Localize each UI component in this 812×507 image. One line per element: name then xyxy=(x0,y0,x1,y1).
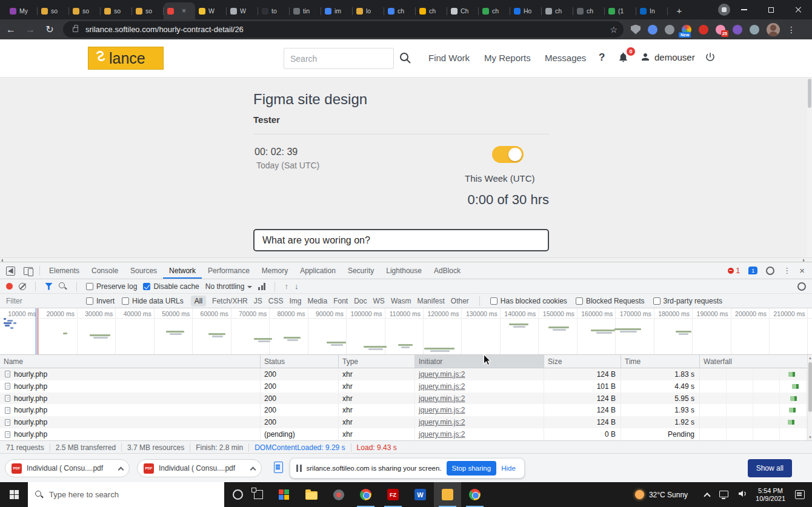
download-item[interactable]: PDF Individual ( Consu....pdf xyxy=(5,459,130,477)
taskbar-app-explorer[interactable] xyxy=(298,482,325,507)
weather-icon[interactable] xyxy=(635,490,644,499)
back-button[interactable]: ← xyxy=(2,24,19,35)
browser-tab[interactable]: so xyxy=(38,2,69,19)
filter-chip[interactable]: Wasm xyxy=(391,297,411,305)
network-request-row[interactable]: hourly.php200xhrjquery.min.js:2124 B1.83… xyxy=(0,368,807,380)
preserve-log-checkbox[interactable]: Preserve log xyxy=(86,282,137,291)
hide-button[interactable]: Hide xyxy=(501,465,516,472)
devtools-tab-application[interactable]: Application xyxy=(294,262,342,279)
hide-data-urls-checkbox[interactable]: Hide data URLs xyxy=(122,297,184,305)
error-count-badge[interactable]: 1 xyxy=(728,267,740,275)
browser-tab[interactable]: ch xyxy=(479,2,510,19)
network-request-row[interactable]: hourly.php200xhrjquery.min.js:2124 B1.92… xyxy=(0,416,807,428)
browser-tab[interactable]: ch xyxy=(573,2,605,19)
browser-tab[interactable]: Ch xyxy=(447,2,479,19)
filter-chip[interactable]: All xyxy=(191,296,206,307)
browser-tab[interactable]: My xyxy=(6,2,38,19)
taskbar-app-chrome[interactable] xyxy=(352,482,379,507)
logout-button[interactable] xyxy=(705,51,716,65)
page-scrollbar[interactable] xyxy=(807,78,812,257)
devtools-scrollbar[interactable]: ▲ ▼ xyxy=(807,355,812,440)
extension-icon[interactable] xyxy=(750,25,759,35)
tab-close-icon[interactable]: × xyxy=(182,7,186,15)
filter-checkbox[interactable]: Has blocked cookies xyxy=(490,297,567,305)
throttling-select[interactable]: No throttling xyxy=(205,282,253,291)
filter-chip[interactable]: WS xyxy=(373,297,385,305)
cortana-button[interactable] xyxy=(233,489,243,500)
devtools-tab-lighthouse[interactable]: Lighthouse xyxy=(380,262,428,279)
filter-chip[interactable]: JS xyxy=(254,297,262,305)
filter-chip[interactable]: Fetch/XHR xyxy=(212,297,248,305)
extension-icon[interactable] xyxy=(648,25,657,35)
devtools-tab-sources[interactable]: Sources xyxy=(124,262,163,279)
column-header-size[interactable]: Size xyxy=(544,355,621,368)
shield-extension-icon[interactable] xyxy=(631,25,641,35)
volume-icon[interactable] xyxy=(738,489,748,500)
browser-tab[interactable]: so xyxy=(69,2,101,19)
record-network-log-button[interactable] xyxy=(6,283,13,290)
download-item[interactable]: PDF Individual ( Consu....pdf xyxy=(137,459,262,477)
browser-tab[interactable]: Ho xyxy=(510,2,542,19)
initiator-link[interactable]: jquery.min.js:2 xyxy=(419,406,465,414)
network-request-row[interactable]: hourly.php200xhrjquery.min.js:2101 B4.49… xyxy=(0,380,807,393)
column-header-name[interactable]: Name xyxy=(0,355,261,368)
devtools-close-icon[interactable]: × xyxy=(799,265,805,276)
browser-tab[interactable]: lo xyxy=(353,2,384,19)
filter-chip[interactable]: Font xyxy=(333,297,348,305)
chevron-up-icon[interactable] xyxy=(118,466,124,472)
issues-count-badge[interactable]: 1 xyxy=(748,267,757,274)
user-menu[interactable]: demouser xyxy=(640,51,695,62)
device-toolbar-icon[interactable] xyxy=(22,265,36,277)
scroll-up-icon[interactable]: ▲ xyxy=(808,355,812,361)
network-request-row[interactable]: hourly.php(pending)xhrjquery.min.js:20 B… xyxy=(0,428,807,440)
scrollbar-thumb[interactable] xyxy=(808,79,811,108)
devtools-settings-icon[interactable] xyxy=(766,267,774,275)
devtools-tab-memory[interactable]: Memory xyxy=(256,262,294,279)
column-header-waterfall[interactable]: Waterfall xyxy=(700,355,807,368)
nav-find-work[interactable]: Find Work xyxy=(428,53,470,63)
column-header-time[interactable]: Time xyxy=(621,355,700,368)
network-icon[interactable] xyxy=(719,491,728,497)
profile-avatar[interactable] xyxy=(767,23,780,36)
taskbar-app-camera[interactable] xyxy=(325,482,352,507)
extension-icon[interactable] xyxy=(733,25,742,35)
browser-tab[interactable]: to xyxy=(258,2,290,19)
browser-tab[interactable]: In xyxy=(636,2,668,19)
stop-sharing-button[interactable]: Stop sharing xyxy=(447,461,497,476)
export-har-icon[interactable]: ↓ xyxy=(295,282,299,291)
browser-tab[interactable]: so xyxy=(132,2,164,19)
browser-tab[interactable]: im xyxy=(321,2,353,19)
extension-icon[interactable] xyxy=(699,25,708,35)
browser-tab[interactable]: tin xyxy=(290,2,321,19)
taskbar-app-photos[interactable] xyxy=(270,482,298,507)
task-input[interactable]: What are you woring on? xyxy=(253,229,549,251)
import-har-icon[interactable]: ↑ xyxy=(284,282,288,291)
browser-tab[interactable]: W xyxy=(195,2,227,19)
filter-chip[interactable]: Img xyxy=(289,297,301,305)
search-network-icon[interactable] xyxy=(59,282,67,291)
filter-checkbox[interactable]: 3rd-party requests xyxy=(653,297,722,305)
browser-tab[interactable]: so xyxy=(101,2,132,19)
network-request-row[interactable]: hourly.php200xhrjquery.min.js:2124 B1.93… xyxy=(0,404,807,416)
devtools-tab-elements[interactable]: Elements xyxy=(43,262,85,279)
devtools-tab-network[interactable]: Network xyxy=(163,262,202,279)
browser-tab[interactable]: ch xyxy=(416,2,447,19)
filter-checkbox[interactable]: Blocked Requests xyxy=(576,297,645,305)
horizontal-scrollbar[interactable] xyxy=(0,257,812,262)
devtools-tab-adblock[interactable]: AdBlock xyxy=(428,262,467,279)
extension-icon[interactable]: 25 xyxy=(716,25,725,35)
taskbar-app-active[interactable] xyxy=(434,482,461,507)
clear-network-log-icon[interactable] xyxy=(19,283,26,290)
scroll-down-icon[interactable]: ▼ xyxy=(808,434,812,440)
search-icon[interactable] xyxy=(399,52,411,64)
initiator-link[interactable]: jquery.min.js:2 xyxy=(419,370,465,379)
extension-icon[interactable] xyxy=(665,25,674,35)
browser-tab[interactable]: ch xyxy=(384,2,416,19)
filter-icon[interactable] xyxy=(45,283,53,290)
bookmark-star-icon[interactable]: ☆ xyxy=(610,25,617,35)
taskbar-clock[interactable]: 5:54 PM 10/9/2021 xyxy=(756,487,785,503)
devtools-tab-security[interactable]: Security xyxy=(342,262,380,279)
network-settings-icon[interactable] xyxy=(797,282,806,291)
browser-tab[interactable]: W xyxy=(227,2,258,19)
taskbar-app-filezilla[interactable]: FZ xyxy=(379,482,407,507)
